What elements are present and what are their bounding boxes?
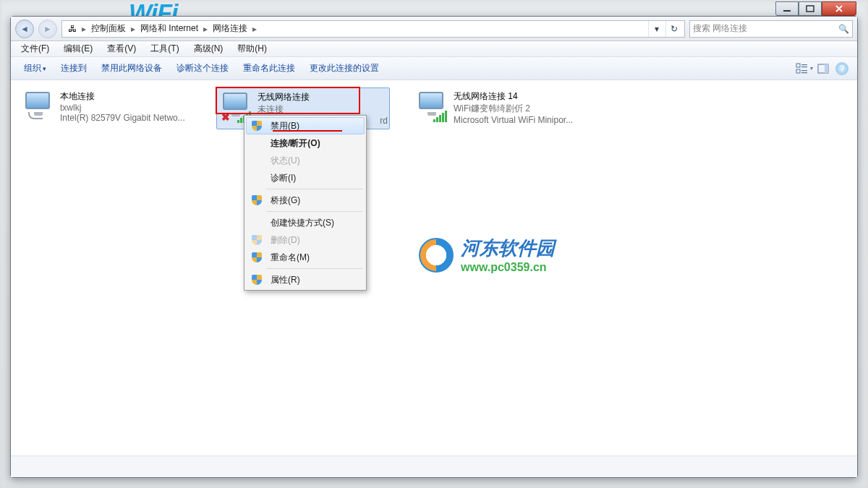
ctx-create-shortcut[interactable]: 创建快捷方式(S) xyxy=(246,214,365,231)
breadcrumb-bar[interactable]: 🖧 ▸ 控制面板 ▸ 网络和 Internet ▸ 网络连接 ▸ ▾ ↻ xyxy=(61,20,685,38)
ctx-delete[interactable]: 删除(D) xyxy=(246,231,365,249)
cmd-disable-device[interactable]: 禁用此网络设备 xyxy=(94,57,169,80)
connection-title: 无线网络连接 xyxy=(258,91,388,103)
shield-icon xyxy=(252,235,262,245)
separator xyxy=(266,268,363,269)
highlight-underline xyxy=(273,130,342,132)
separator xyxy=(266,211,363,212)
svg-rect-5 xyxy=(796,69,800,73)
cmd-rename[interactable]: 重命名此连接 xyxy=(236,57,302,80)
svg-rect-3 xyxy=(801,64,807,65)
menu-file[interactable]: 文件(F) xyxy=(14,41,56,56)
svg-rect-7 xyxy=(801,72,807,73)
preview-pane-button[interactable] xyxy=(814,60,833,77)
menu-edit[interactable]: 编辑(E) xyxy=(56,41,100,56)
ethernet-icon xyxy=(24,90,54,121)
status-bar xyxy=(11,455,857,477)
watermark-title: 河东软件园 xyxy=(461,236,555,261)
search-icon: 🔍 xyxy=(838,24,849,34)
svg-rect-9 xyxy=(825,64,828,73)
watermark: 河东软件园 www.pc0359.cn xyxy=(419,236,555,274)
menu-view[interactable]: 查看(V) xyxy=(100,41,143,56)
chevron-right-icon: ▸ xyxy=(81,24,87,34)
context-menu: 禁用(B) 连接/断开(O) 状态(U) 诊断(I) 桥接(G) 创建快捷方式(… xyxy=(244,115,367,291)
menu-tools[interactable]: 工具(T) xyxy=(143,41,186,56)
address-dropdown-button[interactable]: ▾ xyxy=(648,21,664,37)
shield-icon xyxy=(252,195,262,205)
explorer-window: ◄ ► 🖧 ▸ 控制面板 ▸ 网络和 Internet ▸ 网络连接 ▸ ▾ ↻… xyxy=(10,16,858,478)
ctx-properties[interactable]: 属性(R) xyxy=(246,271,365,288)
address-bar: ◄ ► 🖧 ▸ 控制面板 ▸ 网络和 Internet ▸ 网络连接 ▸ ▾ ↻… xyxy=(11,17,857,41)
organize-button[interactable]: 组织 xyxy=(17,57,54,80)
search-placeholder: 搜索 网络连接 xyxy=(693,22,747,35)
wifi-icon xyxy=(417,90,448,121)
separator xyxy=(266,189,363,189)
ctx-bridge[interactable]: 桥接(G) xyxy=(246,192,365,209)
cmd-change-settings[interactable]: 更改此连接的设置 xyxy=(302,57,386,80)
shield-icon xyxy=(252,121,262,131)
svg-rect-2 xyxy=(796,64,800,67)
ctx-connect-disconnect[interactable]: 连接/断开(O) xyxy=(246,134,365,152)
connection-device: Intel(R) 82579V Gigabit Netwo... xyxy=(60,113,185,123)
svg-rect-1 xyxy=(807,6,814,12)
connection-title: 本地连接 xyxy=(60,90,185,103)
help-button[interactable]: ? xyxy=(835,62,848,75)
refresh-button[interactable]: ↻ xyxy=(665,21,681,37)
svg-rect-6 xyxy=(801,70,807,71)
content-area[interactable]: 本地连接 txwlkj Intel(R) 82579V Gigabit Netw… xyxy=(11,80,857,455)
menu-help[interactable]: 帮助(H) xyxy=(230,41,274,56)
breadcrumb-root-icon[interactable]: 🖧 xyxy=(65,21,80,37)
svg-rect-0 xyxy=(783,10,791,12)
connection-device: Microsoft Virtual WiFi Minipor... xyxy=(454,115,573,125)
watermark-logo-icon xyxy=(419,238,454,273)
connection-virtual-wifi[interactable]: 无线网络连接 14 WiFi鐮变韩绮剧伒 2 Microsoft Virtual… xyxy=(413,87,587,128)
minimize-button[interactable] xyxy=(775,1,799,16)
breadcrumb-control-panel[interactable]: 控制面板 xyxy=(88,21,129,37)
window-controls xyxy=(775,1,856,16)
menu-bar: 文件(F) 编辑(E) 查看(V) 工具(T) 高级(N) 帮助(H) xyxy=(11,41,857,57)
ctx-diagnose[interactable]: 诊断(I) xyxy=(246,169,365,187)
connection-status: txwlkj xyxy=(60,103,185,113)
command-bar: 组织 连接到 禁用此网络设备 诊断这个连接 重命名此连接 更改此连接的设置 ▾ … xyxy=(11,57,857,80)
svg-rect-4 xyxy=(801,67,807,67)
close-button[interactable] xyxy=(822,1,856,16)
breadcrumb-network-connections[interactable]: 网络连接 xyxy=(210,21,250,37)
search-input[interactable]: 搜索 网络连接 🔍 xyxy=(689,20,853,38)
connection-local[interactable]: 本地连接 txwlkj Intel(R) 82579V Gigabit Netw… xyxy=(20,87,193,126)
connection-title: 无线网络连接 14 xyxy=(454,90,573,103)
ctx-disable[interactable]: 禁用(B) xyxy=(246,117,365,134)
maximize-button[interactable] xyxy=(799,1,822,16)
watermark-url: www.pc0359.cn xyxy=(461,261,555,274)
chevron-right-icon: ▸ xyxy=(130,24,136,34)
breadcrumb-network-internet[interactable]: 网络和 Internet xyxy=(137,21,201,37)
ctx-rename[interactable]: 重命名(M) xyxy=(246,249,365,266)
shield-icon xyxy=(252,252,262,262)
cmd-diagnose[interactable]: 诊断这个连接 xyxy=(169,57,236,80)
connection-status: 未连接 xyxy=(258,103,388,116)
connection-status: WiFi鐮变韩绮剧伒 2 xyxy=(454,103,573,115)
chevron-right-icon: ▸ xyxy=(252,24,258,34)
shield-icon xyxy=(252,275,262,285)
chevron-right-icon: ▸ xyxy=(203,24,208,34)
menu-advanced[interactable]: 高级(N) xyxy=(187,41,231,56)
nav-back-button[interactable]: ◄ xyxy=(15,20,34,38)
ctx-status[interactable]: 状态(U) xyxy=(246,152,365,169)
cmd-connect-to[interactable]: 连接到 xyxy=(54,57,94,80)
nav-forward-button[interactable]: ► xyxy=(38,20,57,38)
view-layout-button[interactable]: ▾ xyxy=(795,60,814,77)
